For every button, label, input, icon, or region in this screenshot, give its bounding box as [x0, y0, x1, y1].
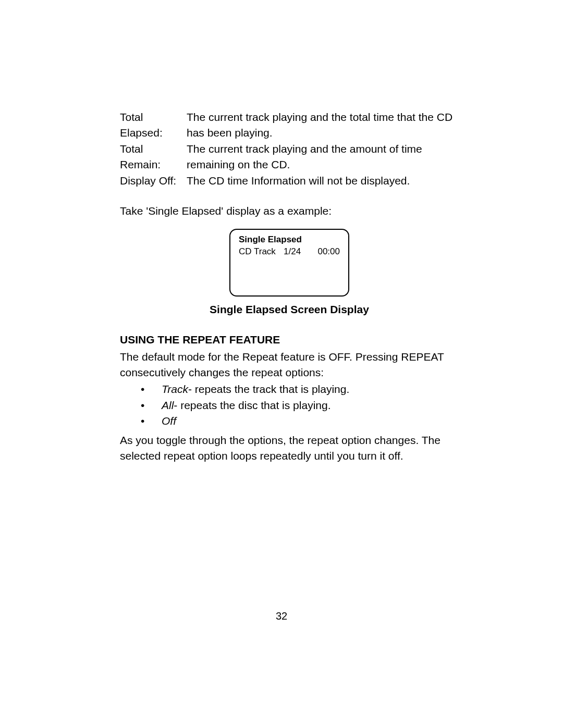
definition-row: Total Remain: The current track playing …	[120, 141, 459, 173]
screen-row: CD Track 1/24 00:00	[239, 246, 340, 258]
repeat-outro-text: As you toggle through the options, the r…	[120, 433, 459, 464]
definition-row: Total Elapsed: The current track playing…	[120, 109, 459, 141]
definition-row: Display Off: The CD time Information wil…	[120, 173, 459, 189]
option-name: All	[162, 399, 174, 411]
repeat-options-list: Track- repeats the track that is playing…	[141, 381, 459, 429]
screen-time: 00:00	[315, 246, 340, 258]
screen-display: Single Elapsed CD Track 1/24 00:00	[229, 229, 349, 297]
list-item: Track- repeats the track that is playing…	[141, 381, 459, 397]
section-heading: USING THE REPEAT FEATURE	[120, 332, 459, 348]
list-item: Off	[141, 413, 459, 429]
list-item: All- repeats the disc that is playing.	[141, 398, 459, 413]
definitions-block: Total Elapsed: The current track playing…	[120, 109, 459, 189]
definition-text: The CD time Information will not be disp…	[187, 173, 459, 189]
screen-title: Single Elapsed	[239, 234, 340, 246]
option-name: Track	[162, 383, 188, 395]
option-desc: - repeats the disc that is playing.	[174, 399, 331, 411]
page-number: 32	[0, 609, 563, 624]
definition-label: Display Off:	[120, 173, 187, 189]
example-intro-text: Take 'Single Elapsed' display as a examp…	[120, 203, 459, 219]
option-desc: - repeats the track that is playing.	[188, 383, 349, 395]
definition-label: Total Elapsed:	[120, 109, 187, 141]
option-name: Off	[162, 415, 176, 427]
screen-caption: Single Elapsed Screen Display	[120, 302, 459, 317]
screen-display-wrap: Single Elapsed CD Track 1/24 00:00	[120, 229, 459, 297]
screen-track: 1/24	[284, 246, 315, 258]
manual-page: Total Elapsed: The current track playing…	[0, 0, 563, 728]
screen-cd-label: CD Track	[239, 246, 284, 258]
definition-text: The current track playing and the amount…	[187, 141, 459, 173]
definition-label: Total Remain:	[120, 141, 187, 173]
definition-text: The current track playing and the total …	[187, 109, 459, 141]
repeat-intro-text: The default mode for the Repeat feature …	[120, 349, 459, 381]
